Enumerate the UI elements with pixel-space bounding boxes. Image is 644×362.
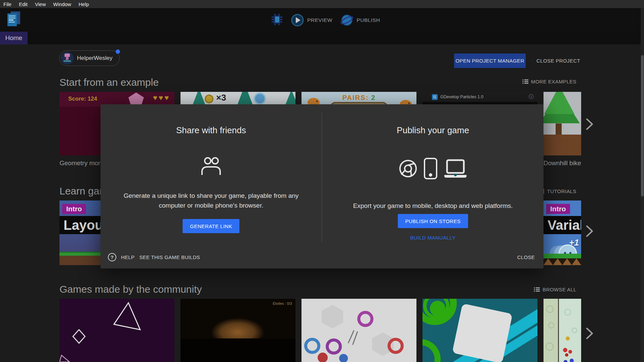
- laptop-icon: [444, 159, 467, 178]
- menu-bar: File Edit View Window Help: [0, 0, 644, 8]
- particles-title: GDevelop Particles 1.0: [440, 95, 529, 99]
- menu-edit[interactable]: Edit: [19, 1, 28, 7]
- coin-icon: [205, 95, 213, 103]
- menu-file[interactable]: File: [3, 1, 11, 7]
- tutorials-next-chevron-icon[interactable]: [585, 225, 594, 238]
- list-icon: [522, 79, 528, 84]
- community-card-teal-abstract[interactable]: [422, 299, 537, 362]
- browse-all-button[interactable]: BROWSE ALL: [534, 287, 576, 292]
- community-card-hex-rings[interactable]: [301, 299, 416, 362]
- preview-button[interactable]: PREVIEW: [291, 14, 332, 27]
- build-manually-link[interactable]: BUILD MANUALLY: [322, 235, 544, 241]
- score-label: Score: 124: [68, 96, 97, 102]
- close-dialog-button[interactable]: CLOSE: [517, 254, 535, 260]
- tab-bar: Home: [0, 31, 644, 44]
- close-project-button[interactable]: CLOSE PROJECT: [533, 53, 583, 68]
- help-icon[interactable]: ?: [108, 253, 116, 261]
- tab-home[interactable]: Home: [0, 32, 28, 44]
- see-game-builds-link[interactable]: SEE THIS GAME BUILDS: [139, 254, 200, 260]
- dialog-divider: [322, 112, 322, 242]
- platform-icons: [322, 157, 544, 180]
- examples-next-chevron-icon[interactable]: [585, 118, 594, 131]
- examples-section-title: Start from an example: [59, 77, 159, 88]
- share-publish-dialog: Share with friends Generate a unique lin…: [100, 104, 544, 268]
- community-next-chevron-icon[interactable]: [585, 327, 594, 340]
- notification-dot: [116, 49, 120, 54]
- help-link[interactable]: HELP: [121, 254, 134, 260]
- community-card-neon-shapes[interactable]: [59, 299, 174, 362]
- menu-view[interactable]: View: [35, 1, 46, 7]
- publish-title: Publish your game: [322, 125, 544, 136]
- dialog-footer: ? HELP SEE THIS GAME BUILDS CLOSE: [108, 252, 535, 262]
- community-card-bubbles[interactable]: [544, 299, 581, 362]
- menu-help[interactable]: Help: [79, 1, 89, 7]
- people-icon: [100, 155, 322, 176]
- publish-on-stores-button[interactable]: PUBLISH ON STORES: [398, 214, 468, 228]
- community-carousel: Étoiles : 0/3: [59, 299, 581, 362]
- globe-icon: [340, 14, 353, 27]
- project-documents-icon[interactable]: [6, 11, 22, 30]
- caption-downhill: Downhill bike: [544, 159, 581, 167]
- generate-link-button[interactable]: GENERATE LINK: [183, 219, 239, 233]
- scrollbar-track[interactable]: [641, 8, 644, 362]
- gdevelop-window: File Edit View Window Help: [0, 0, 644, 362]
- coin-multiplier: ×3: [216, 93, 226, 103]
- open-project-manager-button[interactable]: OPEN PROJECT MANAGER: [454, 53, 526, 68]
- gdevelop-logo-icon: G: [432, 94, 438, 100]
- scrollbar-thumb[interactable]: [641, 55, 644, 196]
- intro-badge: Intro: [62, 204, 86, 214]
- stars-counter: Étoiles : 0/3: [273, 301, 292, 305]
- toolbar: PREVIEW PUBLISH: [0, 8, 644, 31]
- debug-icon[interactable]: [271, 13, 283, 27]
- menu-window[interactable]: Window: [53, 1, 71, 7]
- play-icon: [291, 14, 304, 27]
- share-description: Generate a unique link to share your gam…: [100, 191, 322, 210]
- pairs-value: 2: [371, 94, 375, 101]
- player-ball: [254, 93, 266, 105]
- publish-button[interactable]: PUBLISH: [340, 14, 380, 27]
- user-profile-chip[interactable]: HelperWesley: [59, 50, 120, 66]
- info-icon[interactable]: ⓘ: [529, 94, 533, 100]
- smartphone-icon: [424, 157, 438, 180]
- preview-label: PREVIEW: [307, 17, 332, 23]
- avatar: [61, 52, 74, 65]
- share-column: Share with friends Generate a unique lin…: [100, 104, 322, 268]
- tutorials-button[interactable]: TUTORIALS: [538, 188, 576, 194]
- share-title: Share with friends: [100, 125, 322, 136]
- publish-description: Export your game to mobile, desktop and …: [322, 201, 544, 211]
- example-card-downhill-bike[interactable]: [544, 92, 581, 155]
- chrome-browser-icon: [399, 159, 417, 178]
- community-section-title: Games made by the community: [59, 284, 202, 295]
- hearts-icons: ♥♥♥: [153, 94, 170, 102]
- publish-label: PUBLISH: [357, 17, 380, 23]
- publish-column: Publish your game: [322, 104, 544, 268]
- username: HelperWesley: [77, 55, 113, 62]
- more-examples-button[interactable]: MORE EXAMPLES: [522, 79, 576, 84]
- variables-title: Variables: [544, 216, 581, 234]
- community-card-night-scene[interactable]: Étoiles : 0/3: [180, 299, 295, 362]
- intro-badge: Intro: [546, 204, 570, 214]
- tutorial-card-variables[interactable]: Intro Variables +1: [544, 201, 581, 265]
- list-icon: [534, 287, 540, 292]
- pairs-label: PAIRS:: [343, 94, 369, 101]
